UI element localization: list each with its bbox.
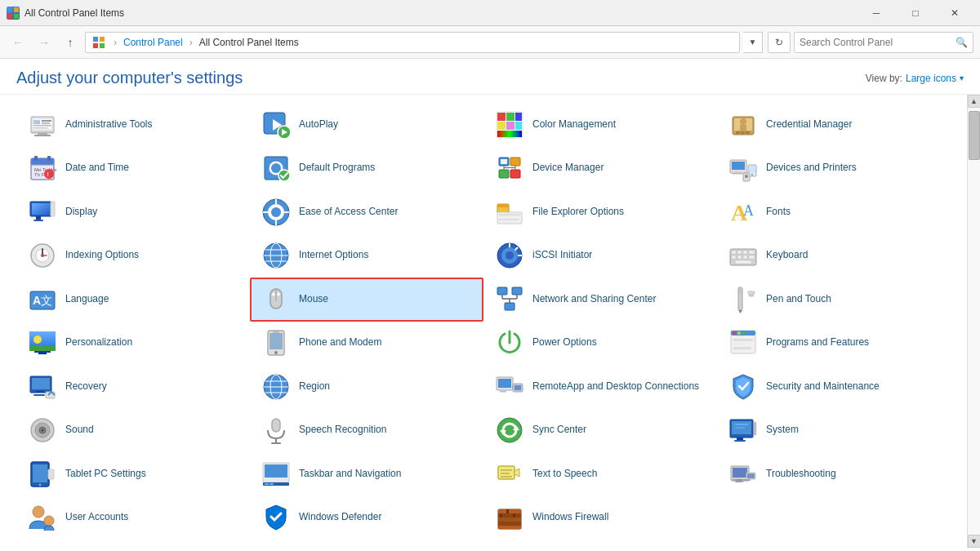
svg-rect-157 bbox=[33, 394, 45, 396]
svg-marker-197 bbox=[514, 469, 519, 477]
ctrl-item-indexing[interactable]: Indexing Options bbox=[16, 234, 250, 278]
ctrl-item-recovery[interactable]: Recovery bbox=[16, 365, 250, 409]
ctrl-item-security[interactable]: Security and Maintenance bbox=[717, 365, 951, 409]
svg-point-208 bbox=[33, 506, 44, 518]
ctrl-item-label-24: Recovery bbox=[65, 380, 107, 393]
ctrl-item-display[interactable]: Display bbox=[16, 190, 250, 234]
ctrl-item-trouble[interactable]: Troubleshooting bbox=[717, 452, 951, 496]
view-by-arrow[interactable]: ▾ bbox=[960, 73, 964, 82]
ctrl-item-autoplay[interactable]: AutoPlay bbox=[250, 103, 483, 147]
scroll-down-button[interactable]: ▼ bbox=[968, 535, 981, 548]
defender-icon bbox=[260, 501, 292, 534]
svg-rect-82 bbox=[497, 204, 509, 207]
credential-icon bbox=[727, 109, 760, 141]
page-title: Adjust your computer's settings bbox=[16, 69, 243, 87]
power-icon bbox=[493, 327, 526, 359]
ctrl-item-tablet[interactable]: Tablet PC Settings bbox=[16, 452, 250, 496]
ctrl-item-mouse[interactable]: Mouse bbox=[250, 278, 483, 322]
scroll-up-button[interactable]: ▲ bbox=[968, 95, 981, 108]
ctrl-item-keyboard[interactable]: Keyboard bbox=[717, 234, 951, 278]
search-box: 🔍 bbox=[794, 32, 973, 53]
svg-rect-37 bbox=[746, 131, 750, 134]
svg-rect-30 bbox=[497, 131, 522, 137]
ctrl-item-label-20: Personalization bbox=[65, 336, 132, 349]
ctrl-item-tts[interactable]: Text to Speech bbox=[483, 452, 717, 496]
ctrl-item-system[interactable]: System bbox=[717, 409, 951, 453]
svg-rect-70 bbox=[32, 203, 50, 215]
ctrl-item-remote[interactable]: RemoteApp and Desktop Connections bbox=[483, 365, 717, 409]
svg-rect-138 bbox=[29, 346, 56, 351]
pen-icon bbox=[727, 283, 760, 316]
view-by-dropdown[interactable]: Large icons bbox=[906, 73, 956, 84]
ctrl-item-default[interactable]: Default Programs bbox=[250, 147, 483, 191]
ctrl-item-firewall[interactable]: Windows Firewall bbox=[483, 496, 717, 540]
svg-rect-84 bbox=[499, 214, 520, 216]
svg-rect-156 bbox=[36, 391, 44, 393]
ctrl-item-sync[interactable]: Sync Center bbox=[483, 409, 717, 453]
ctrl-item-user[interactable]: User Accounts bbox=[16, 496, 250, 540]
ctrl-item-explorer[interactable]: File Explorer Options bbox=[483, 190, 717, 234]
ctrl-item-device-mgr[interactable]: Device Manager bbox=[483, 147, 717, 191]
maximize-button[interactable]: □ bbox=[897, 0, 934, 26]
svg-rect-36 bbox=[741, 131, 745, 134]
svg-rect-139 bbox=[34, 351, 51, 353]
close-button[interactable]: ✕ bbox=[936, 0, 973, 26]
ctrl-item-label-29: Speech Recognition bbox=[299, 424, 386, 437]
svg-rect-152 bbox=[733, 347, 751, 349]
ctrl-item-color[interactable]: Color Management bbox=[483, 103, 717, 147]
breadcrumb-control-panel[interactable]: Control Panel bbox=[123, 37, 183, 48]
svg-rect-114 bbox=[749, 256, 755, 259]
ctrl-item-internet[interactable]: Internet Options bbox=[250, 234, 483, 278]
speech-icon bbox=[260, 414, 292, 447]
breadcrumb-sep2: › bbox=[189, 37, 193, 48]
ctrl-item-defender[interactable]: Windows Defender bbox=[250, 496, 483, 540]
ctrl-item-admin[interactable]: Administrative Tools bbox=[16, 103, 250, 147]
svg-text:A: A bbox=[743, 202, 754, 219]
back-button[interactable]: ← bbox=[7, 31, 29, 54]
svg-rect-13 bbox=[33, 120, 40, 124]
search-input[interactable] bbox=[800, 37, 952, 48]
breadcrumb[interactable]: › Control Panel › All Control Panel Item… bbox=[85, 32, 740, 53]
svg-rect-185 bbox=[735, 424, 748, 425]
ctrl-item-pen[interactable]: Pen and Touch bbox=[717, 278, 951, 322]
ctrl-item-language[interactable]: A文Language bbox=[16, 278, 250, 322]
ctrl-item-ease[interactable]: Ease of Access Center bbox=[250, 190, 483, 234]
ctrl-item-taskbar[interactable]: Taskbar and Navigation bbox=[250, 452, 483, 496]
ctrl-item-datetime[interactable]: Mo Tu WeTh Fr Sa!Date and Time bbox=[16, 147, 250, 191]
recovery-icon bbox=[26, 371, 59, 403]
ctrl-item-power[interactable]: Power Options bbox=[483, 322, 717, 366]
up-button[interactable]: ↑ bbox=[59, 31, 82, 54]
ctrl-item-speech[interactable]: Speech Recognition bbox=[250, 409, 483, 453]
iscsi-icon bbox=[493, 239, 526, 272]
ctrl-item-iscsi[interactable]: iSCSI Initiator bbox=[483, 234, 717, 278]
ctrl-item-label-23: Programs and Features bbox=[766, 336, 869, 349]
programs-icon bbox=[727, 327, 760, 359]
ctrl-item-network[interactable]: Network and Sharing Center bbox=[483, 278, 717, 322]
ctrl-item-label-12: Indexing Options bbox=[65, 249, 139, 262]
svg-rect-216 bbox=[506, 509, 509, 513]
svg-point-67 bbox=[745, 175, 748, 178]
main-header: Adjust your computer's settings View by:… bbox=[0, 59, 980, 95]
refresh-button[interactable]: ↻ bbox=[768, 32, 791, 53]
ctrl-item-credential[interactable]: Credential Manager bbox=[717, 103, 951, 147]
ctrl-item-label-30: Sync Center bbox=[532, 424, 586, 437]
svg-rect-62 bbox=[733, 173, 742, 175]
ctrl-item-programs[interactable]: Programs and Features bbox=[717, 322, 951, 366]
ctrl-item-sound[interactable]: Sound bbox=[16, 409, 250, 453]
ctrl-item-phone[interactable]: Phone and Modem bbox=[250, 322, 483, 366]
ctrl-item-devices[interactable]: Devices and Printers bbox=[717, 147, 951, 191]
svg-rect-125 bbox=[505, 303, 514, 310]
ctrl-item-region[interactable]: Region bbox=[250, 365, 483, 409]
forward-button[interactable]: → bbox=[33, 31, 56, 54]
scroll-thumb[interactable] bbox=[969, 111, 980, 160]
ctrl-item-label-21: Phone and Modem bbox=[299, 336, 381, 349]
svg-rect-110 bbox=[749, 251, 755, 254]
ctrl-item-personal[interactable]: Personalization bbox=[16, 322, 250, 366]
admin-icon bbox=[26, 109, 59, 141]
ctrl-item-label-36: User Accounts bbox=[65, 511, 128, 524]
breadcrumb-dropdown[interactable]: ▼ bbox=[743, 32, 763, 53]
ctrl-item-fonts[interactable]: AAFonts bbox=[717, 190, 951, 234]
titlebar-title: All Control Panel Items bbox=[24, 7, 858, 19]
svg-rect-40 bbox=[34, 156, 38, 161]
minimize-button[interactable]: ─ bbox=[858, 0, 895, 26]
